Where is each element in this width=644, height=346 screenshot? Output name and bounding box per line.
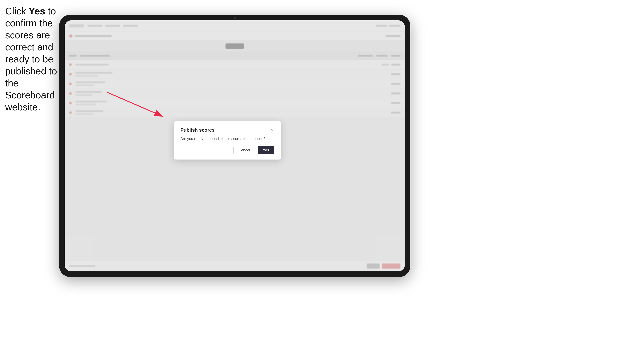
tablet-camera	[234, 17, 236, 19]
modal-overlay: Publish scores × Are you ready to publis…	[65, 20, 405, 271]
tablet-device: Publish scores × Are you ready to publis…	[59, 15, 410, 277]
publish-scores-dialog: Publish scores × Are you ready to publis…	[174, 121, 281, 160]
modal-title: Publish scores	[180, 127, 214, 133]
modal-footer: Cancel Yes	[180, 146, 274, 154]
yes-button[interactable]: Yes	[258, 146, 274, 154]
modal-body-text: Are you ready to publish these scores to…	[180, 137, 274, 141]
tablet-screen: Publish scores × Are you ready to publis…	[65, 20, 405, 271]
instruction-bold: Yes	[29, 6, 45, 16]
cancel-button[interactable]: Cancel	[234, 146, 255, 154]
modal-header: Publish scores ×	[180, 127, 274, 133]
modal-close-button[interactable]: ×	[269, 127, 274, 133]
instruction-text: Click Yes to confirm the scores are corr…	[5, 5, 59, 113]
